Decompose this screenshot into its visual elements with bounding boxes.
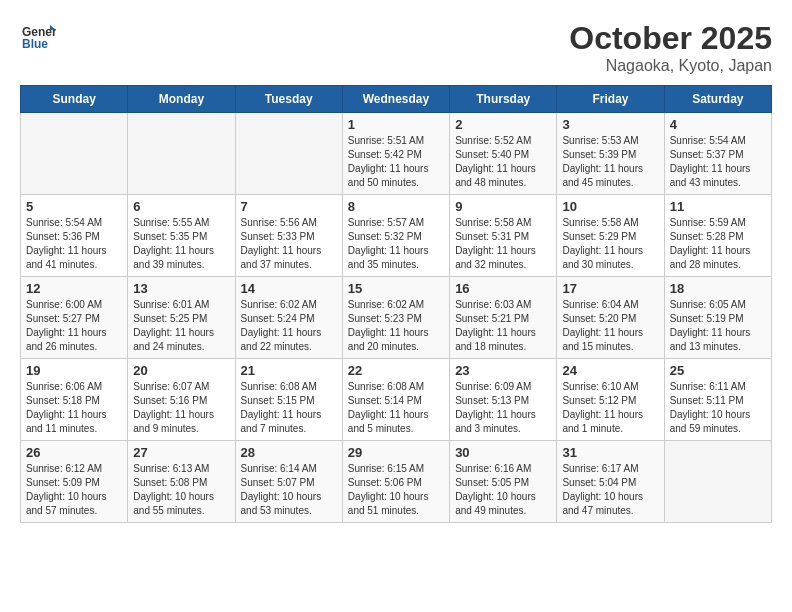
day-info: Sunrise: 6:06 AM Sunset: 5:18 PM Dayligh… [26, 380, 122, 436]
calendar-cell: 15Sunrise: 6:02 AM Sunset: 5:23 PM Dayli… [342, 277, 449, 359]
day-number: 27 [133, 445, 229, 460]
calendar-cell: 6Sunrise: 5:55 AM Sunset: 5:35 PM Daylig… [128, 195, 235, 277]
day-number: 9 [455, 199, 551, 214]
day-info: Sunrise: 6:02 AM Sunset: 5:24 PM Dayligh… [241, 298, 337, 354]
day-number: 30 [455, 445, 551, 460]
calendar-cell: 30Sunrise: 6:16 AM Sunset: 5:05 PM Dayli… [450, 441, 557, 523]
calendar-cell: 10Sunrise: 5:58 AM Sunset: 5:29 PM Dayli… [557, 195, 664, 277]
day-info: Sunrise: 5:54 AM Sunset: 5:37 PM Dayligh… [670, 134, 766, 190]
calendar-cell: 26Sunrise: 6:12 AM Sunset: 5:09 PM Dayli… [21, 441, 128, 523]
day-info: Sunrise: 5:54 AM Sunset: 5:36 PM Dayligh… [26, 216, 122, 272]
day-info: Sunrise: 6:08 AM Sunset: 5:15 PM Dayligh… [241, 380, 337, 436]
calendar-cell: 9Sunrise: 5:58 AM Sunset: 5:31 PM Daylig… [450, 195, 557, 277]
calendar-cell: 29Sunrise: 6:15 AM Sunset: 5:06 PM Dayli… [342, 441, 449, 523]
day-info: Sunrise: 5:55 AM Sunset: 5:35 PM Dayligh… [133, 216, 229, 272]
day-number: 16 [455, 281, 551, 296]
day-number: 24 [562, 363, 658, 378]
calendar-week-row: 12Sunrise: 6:00 AM Sunset: 5:27 PM Dayli… [21, 277, 772, 359]
calendar-table: SundayMondayTuesdayWednesdayThursdayFrid… [20, 85, 772, 523]
day-number: 26 [26, 445, 122, 460]
calendar-cell: 5Sunrise: 5:54 AM Sunset: 5:36 PM Daylig… [21, 195, 128, 277]
day-info: Sunrise: 5:56 AM Sunset: 5:33 PM Dayligh… [241, 216, 337, 272]
day-info: Sunrise: 6:16 AM Sunset: 5:05 PM Dayligh… [455, 462, 551, 518]
calendar-cell [664, 441, 771, 523]
day-info: Sunrise: 6:05 AM Sunset: 5:19 PM Dayligh… [670, 298, 766, 354]
calendar-cell: 24Sunrise: 6:10 AM Sunset: 5:12 PM Dayli… [557, 359, 664, 441]
day-number: 10 [562, 199, 658, 214]
day-info: Sunrise: 5:53 AM Sunset: 5:39 PM Dayligh… [562, 134, 658, 190]
day-info: Sunrise: 6:10 AM Sunset: 5:12 PM Dayligh… [562, 380, 658, 436]
day-number: 3 [562, 117, 658, 132]
day-number: 21 [241, 363, 337, 378]
weekday-header-thursday: Thursday [450, 86, 557, 113]
calendar-cell: 27Sunrise: 6:13 AM Sunset: 5:08 PM Dayli… [128, 441, 235, 523]
day-info: Sunrise: 6:11 AM Sunset: 5:11 PM Dayligh… [670, 380, 766, 436]
calendar-title: October 2025 [569, 20, 772, 57]
calendar-cell: 13Sunrise: 6:01 AM Sunset: 5:25 PM Dayli… [128, 277, 235, 359]
day-number: 19 [26, 363, 122, 378]
calendar-cell: 8Sunrise: 5:57 AM Sunset: 5:32 PM Daylig… [342, 195, 449, 277]
calendar-cell: 14Sunrise: 6:02 AM Sunset: 5:24 PM Dayli… [235, 277, 342, 359]
calendar-week-row: 5Sunrise: 5:54 AM Sunset: 5:36 PM Daylig… [21, 195, 772, 277]
day-number: 29 [348, 445, 444, 460]
calendar-cell: 7Sunrise: 5:56 AM Sunset: 5:33 PM Daylig… [235, 195, 342, 277]
calendar-subtitle: Nagaoka, Kyoto, Japan [569, 57, 772, 75]
day-number: 17 [562, 281, 658, 296]
page-header: General Blue October 2025 Nagaoka, Kyoto… [20, 20, 772, 75]
day-number: 2 [455, 117, 551, 132]
day-info: Sunrise: 6:17 AM Sunset: 5:04 PM Dayligh… [562, 462, 658, 518]
day-number: 5 [26, 199, 122, 214]
day-info: Sunrise: 6:15 AM Sunset: 5:06 PM Dayligh… [348, 462, 444, 518]
day-info: Sunrise: 6:12 AM Sunset: 5:09 PM Dayligh… [26, 462, 122, 518]
day-number: 1 [348, 117, 444, 132]
calendar-cell: 11Sunrise: 5:59 AM Sunset: 5:28 PM Dayli… [664, 195, 771, 277]
weekday-header-wednesday: Wednesday [342, 86, 449, 113]
weekday-header-saturday: Saturday [664, 86, 771, 113]
day-info: Sunrise: 6:04 AM Sunset: 5:20 PM Dayligh… [562, 298, 658, 354]
day-info: Sunrise: 5:52 AM Sunset: 5:40 PM Dayligh… [455, 134, 551, 190]
calendar-cell: 16Sunrise: 6:03 AM Sunset: 5:21 PM Dayli… [450, 277, 557, 359]
day-info: Sunrise: 6:00 AM Sunset: 5:27 PM Dayligh… [26, 298, 122, 354]
day-number: 28 [241, 445, 337, 460]
calendar-cell: 23Sunrise: 6:09 AM Sunset: 5:13 PM Dayli… [450, 359, 557, 441]
day-number: 20 [133, 363, 229, 378]
day-info: Sunrise: 6:13 AM Sunset: 5:08 PM Dayligh… [133, 462, 229, 518]
calendar-cell: 25Sunrise: 6:11 AM Sunset: 5:11 PM Dayli… [664, 359, 771, 441]
day-info: Sunrise: 6:03 AM Sunset: 5:21 PM Dayligh… [455, 298, 551, 354]
calendar-cell: 2Sunrise: 5:52 AM Sunset: 5:40 PM Daylig… [450, 113, 557, 195]
day-info: Sunrise: 6:09 AM Sunset: 5:13 PM Dayligh… [455, 380, 551, 436]
calendar-cell: 3Sunrise: 5:53 AM Sunset: 5:39 PM Daylig… [557, 113, 664, 195]
calendar-week-row: 26Sunrise: 6:12 AM Sunset: 5:09 PM Dayli… [21, 441, 772, 523]
day-number: 4 [670, 117, 766, 132]
day-info: Sunrise: 6:08 AM Sunset: 5:14 PM Dayligh… [348, 380, 444, 436]
day-info: Sunrise: 6:01 AM Sunset: 5:25 PM Dayligh… [133, 298, 229, 354]
weekday-header-monday: Monday [128, 86, 235, 113]
day-number: 31 [562, 445, 658, 460]
calendar-cell: 31Sunrise: 6:17 AM Sunset: 5:04 PM Dayli… [557, 441, 664, 523]
calendar-cell: 1Sunrise: 5:51 AM Sunset: 5:42 PM Daylig… [342, 113, 449, 195]
weekday-header-row: SundayMondayTuesdayWednesdayThursdayFrid… [21, 86, 772, 113]
calendar-cell: 19Sunrise: 6:06 AM Sunset: 5:18 PM Dayli… [21, 359, 128, 441]
calendar-cell: 22Sunrise: 6:08 AM Sunset: 5:14 PM Dayli… [342, 359, 449, 441]
day-info: Sunrise: 5:51 AM Sunset: 5:42 PM Dayligh… [348, 134, 444, 190]
day-number: 22 [348, 363, 444, 378]
day-info: Sunrise: 5:58 AM Sunset: 5:31 PM Dayligh… [455, 216, 551, 272]
calendar-cell [128, 113, 235, 195]
day-info: Sunrise: 6:07 AM Sunset: 5:16 PM Dayligh… [133, 380, 229, 436]
day-number: 15 [348, 281, 444, 296]
weekday-header-tuesday: Tuesday [235, 86, 342, 113]
day-number: 8 [348, 199, 444, 214]
day-number: 7 [241, 199, 337, 214]
calendar-cell: 4Sunrise: 5:54 AM Sunset: 5:37 PM Daylig… [664, 113, 771, 195]
day-number: 13 [133, 281, 229, 296]
day-number: 12 [26, 281, 122, 296]
calendar-cell: 12Sunrise: 6:00 AM Sunset: 5:27 PM Dayli… [21, 277, 128, 359]
logo-icon: General Blue [20, 20, 56, 56]
weekday-header-sunday: Sunday [21, 86, 128, 113]
logo: General Blue [20, 20, 56, 56]
day-info: Sunrise: 6:14 AM Sunset: 5:07 PM Dayligh… [241, 462, 337, 518]
day-info: Sunrise: 5:59 AM Sunset: 5:28 PM Dayligh… [670, 216, 766, 272]
calendar-week-row: 1Sunrise: 5:51 AM Sunset: 5:42 PM Daylig… [21, 113, 772, 195]
day-number: 23 [455, 363, 551, 378]
svg-text:Blue: Blue [22, 37, 48, 51]
